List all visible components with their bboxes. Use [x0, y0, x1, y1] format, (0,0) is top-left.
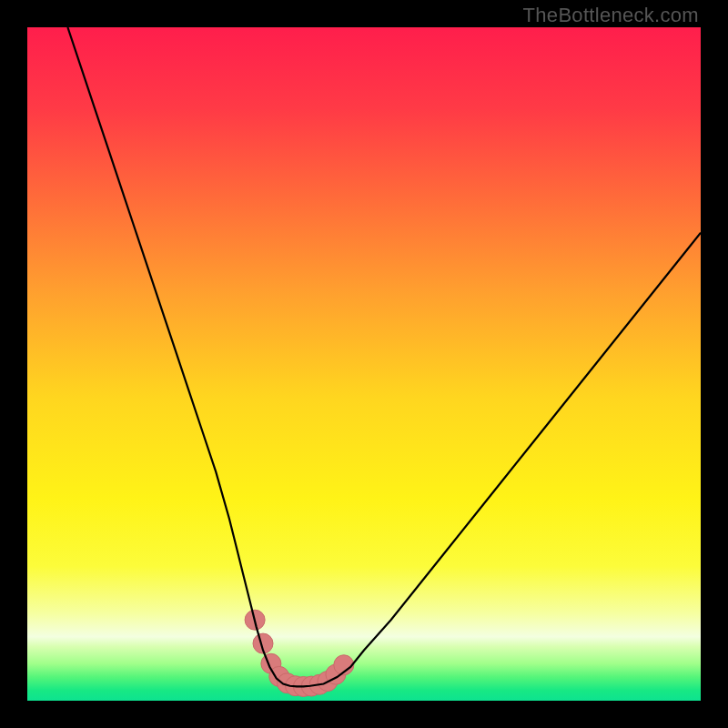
- chart-svg: [27, 27, 701, 701]
- watermark-label: TheBottleneck.com: [523, 4, 699, 27]
- gradient-background: [27, 27, 701, 701]
- outer-frame: TheBottleneck.com: [0, 0, 728, 728]
- plot-area: [27, 27, 701, 701]
